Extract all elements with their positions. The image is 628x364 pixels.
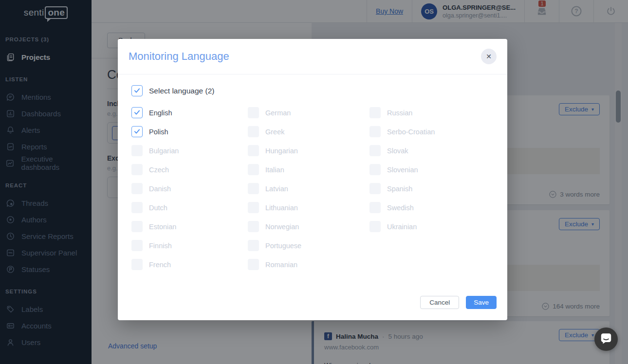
language-label: German xyxy=(265,109,291,117)
language-label: Russian xyxy=(387,109,412,117)
language-label: Swedish xyxy=(387,204,414,212)
language-label: Hungarian xyxy=(265,147,298,155)
language-label: Norwegian xyxy=(265,223,299,231)
checkbox-unchecked xyxy=(369,164,381,175)
language-label: Ukrainian xyxy=(387,223,417,231)
language-option-danish[interactable]: Danish xyxy=(131,179,248,198)
language-label: Dutch xyxy=(149,204,167,212)
language-option-romanian[interactable]: Romanian xyxy=(248,255,369,274)
language-option-portuguese[interactable]: Portuguese xyxy=(248,236,369,255)
checkbox-unchecked xyxy=(369,221,381,232)
language-option-german[interactable]: German xyxy=(248,103,369,122)
select-all-checkbox xyxy=(131,85,143,96)
language-option-slovenian[interactable]: Slovenian xyxy=(369,160,507,179)
language-option-swedish[interactable]: Swedish xyxy=(369,198,507,217)
app-root: sentione PROJECTS (3)ProjectsLISTENMenti… xyxy=(0,0,628,364)
checkbox-unchecked xyxy=(131,183,143,194)
checkbox-checked xyxy=(131,107,143,118)
close-icon: ✕ xyxy=(486,53,492,60)
language-option-bulgarian[interactable]: Bulgarian xyxy=(131,141,248,160)
language-label: Danish xyxy=(149,185,171,193)
language-label: Czech xyxy=(149,166,169,174)
checkbox-unchecked xyxy=(369,145,381,156)
language-label: Italian xyxy=(265,166,284,174)
language-label: Greek xyxy=(265,128,285,136)
language-option-italian[interactable]: Italian xyxy=(248,160,369,179)
language-label: Finnish xyxy=(149,242,172,250)
modal-title: Monitoring Language xyxy=(129,50,229,63)
language-option-polish[interactable]: Polish xyxy=(131,122,248,141)
language-option-greek[interactable]: Greek xyxy=(248,122,369,141)
intercom-launcher[interactable] xyxy=(594,328,618,351)
checkbox-unchecked xyxy=(131,145,143,156)
language-option-english[interactable]: English xyxy=(131,103,248,122)
language-label: Slovak xyxy=(387,147,408,155)
language-label: Romanian xyxy=(265,261,297,269)
language-option-czech[interactable]: Czech xyxy=(131,160,248,179)
language-label: English xyxy=(149,109,172,117)
checkbox-unchecked xyxy=(248,240,259,251)
checkbox-unchecked xyxy=(369,107,381,118)
language-option-norwegian[interactable]: Norwegian xyxy=(248,217,369,236)
checkbox-unchecked xyxy=(369,183,381,194)
checkbox-unchecked xyxy=(131,240,143,251)
language-option-slovak[interactable]: Slovak xyxy=(369,141,507,160)
language-option-latvian[interactable]: Latvian xyxy=(248,179,369,198)
checkbox-unchecked xyxy=(248,202,259,213)
language-option-french[interactable]: French xyxy=(131,255,248,274)
language-label: Serbo-Croatian xyxy=(387,128,435,136)
checkbox-unchecked xyxy=(131,221,143,232)
cancel-button[interactable]: Cancel xyxy=(420,296,459,309)
language-label: Latvian xyxy=(265,185,288,193)
language-label: French xyxy=(149,261,171,269)
select-all-label: Select language (2) xyxy=(149,87,214,95)
checkbox-unchecked xyxy=(248,221,259,232)
language-option-finnish[interactable]: Finnish xyxy=(131,236,248,255)
language-label: Bulgarian xyxy=(149,147,179,155)
language-label: Portuguese xyxy=(265,242,301,250)
language-label: Estonian xyxy=(149,223,176,231)
language-label: Spanish xyxy=(387,185,412,193)
save-button[interactable]: Save xyxy=(466,296,497,309)
language-option-dutch[interactable]: Dutch xyxy=(131,198,248,217)
checkbox-unchecked xyxy=(248,164,259,175)
language-option-hungarian[interactable]: Hungarian xyxy=(248,141,369,160)
checkbox-unchecked xyxy=(248,145,259,156)
select-all-languages[interactable]: Select language (2) xyxy=(131,85,507,96)
language-label: Slovenian xyxy=(387,166,418,174)
language-option-estonian[interactable]: Estonian xyxy=(131,217,248,236)
modal-header: Monitoring Language ✕ xyxy=(118,39,507,74)
language-option-lithuanian[interactable]: Lithuanian xyxy=(248,198,369,217)
checkbox-unchecked xyxy=(369,126,381,137)
modal-close-button[interactable]: ✕ xyxy=(481,49,497,64)
monitoring-language-modal: Monitoring Language ✕ Select language (2… xyxy=(118,39,507,320)
checkbox-unchecked xyxy=(131,164,143,175)
checkbox-unchecked xyxy=(248,183,259,194)
checkbox-unchecked xyxy=(248,259,259,270)
modal-footer: Cancel Save xyxy=(420,296,497,309)
checkbox-unchecked xyxy=(248,107,259,118)
checkbox-unchecked xyxy=(248,126,259,137)
checkbox-unchecked xyxy=(131,202,143,213)
checkbox-checked xyxy=(131,126,143,137)
language-label: Lithuanian xyxy=(265,204,298,212)
language-option-russian[interactable]: Russian xyxy=(369,103,507,122)
language-option-ukrainian[interactable]: Ukrainian xyxy=(369,217,507,236)
chat-bubble-icon xyxy=(600,332,612,346)
language-option-spanish[interactable]: Spanish xyxy=(369,179,507,198)
checkbox-unchecked xyxy=(369,202,381,213)
language-option-serbo-croatian[interactable]: Serbo-Croatian xyxy=(369,122,507,141)
language-label: Polish xyxy=(149,128,168,136)
language-grid: EnglishPolishBulgarianCzechDanishDutchEs… xyxy=(131,103,507,274)
checkbox-unchecked xyxy=(131,259,143,270)
